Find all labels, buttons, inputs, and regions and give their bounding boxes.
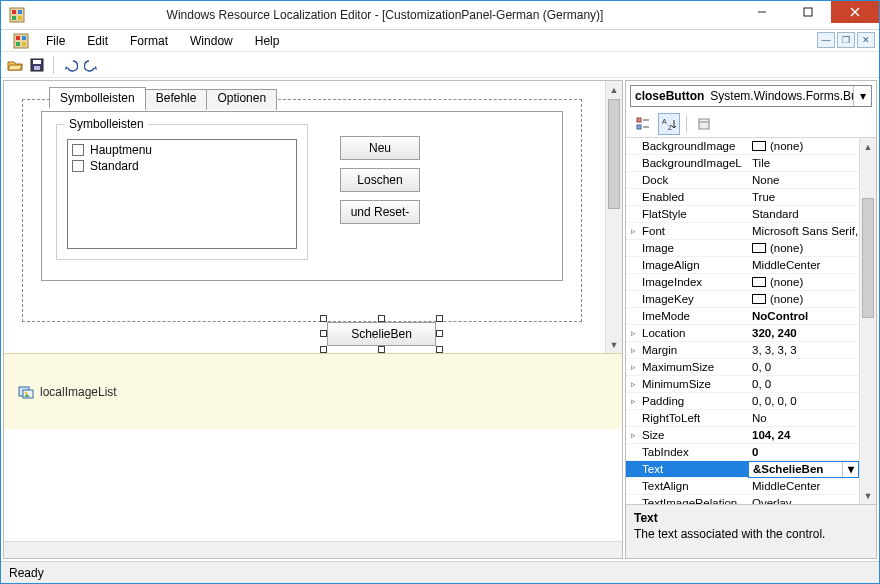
property-value[interactable]: 320, 240 <box>748 327 859 339</box>
property-row[interactable]: TabIndex0 <box>626 444 859 461</box>
property-row[interactable]: ▹Location320, 240 <box>626 325 859 342</box>
checkbox[interactable] <box>72 144 84 156</box>
property-row[interactable]: ▹MinimumSize0, 0 <box>626 376 859 393</box>
property-value[interactable]: Tile <box>748 157 859 169</box>
property-row[interactable]: Image(none) <box>626 240 859 257</box>
expander-icon[interactable]: ▹ <box>626 379 640 389</box>
property-value[interactable]: Microsoft Sans Serif, 8.2 <box>748 225 859 237</box>
resize-handle[interactable] <box>320 346 327 353</box>
property-row[interactable]: ImeModeNoControl <box>626 308 859 325</box>
resize-handle[interactable] <box>320 330 327 337</box>
selected-control[interactable]: SchelieBen <box>324 319 439 349</box>
resize-handle[interactable] <box>436 330 443 337</box>
mdi-close-button[interactable]: ✕ <box>857 32 875 48</box>
property-value[interactable]: Standard <box>748 208 859 220</box>
expander-icon[interactable]: ▹ <box>626 328 640 338</box>
property-value[interactable]: No <box>748 412 859 424</box>
checkbox[interactable] <box>72 160 84 172</box>
property-row[interactable]: Text&SchelieBen▾ <box>626 461 859 478</box>
property-row[interactable]: ▹FontMicrosoft Sans Serif, 8.2 <box>626 223 859 240</box>
property-value[interactable]: True <box>748 191 859 203</box>
tab-symbolleisten[interactable]: Symbolleisten <box>49 87 146 108</box>
mdi-minimize-button[interactable]: — <box>817 32 835 48</box>
property-value[interactable]: 3, 3, 3, 3 <box>748 344 859 356</box>
property-value[interactable]: 0, 0 <box>748 378 859 390</box>
property-grid[interactable]: BackgroundImage(none)BackgroundImageLTil… <box>626 137 876 504</box>
expander-icon[interactable]: ▹ <box>626 226 640 236</box>
menu-file[interactable]: File <box>35 31 76 51</box>
propgrid-vscroll[interactable]: ▲ ▼ <box>859 138 876 504</box>
property-value[interactable]: 0, 0, 0, 0 <box>748 395 859 407</box>
property-row[interactable]: ▹MaximumSize0, 0 <box>626 359 859 376</box>
property-row[interactable]: ▹Margin3, 3, 3, 3 <box>626 342 859 359</box>
menu-format[interactable]: Format <box>119 31 179 51</box>
property-row[interactable]: FlatStyleStandard <box>626 206 859 223</box>
property-value[interactable]: &SchelieBen▾ <box>748 461 859 478</box>
redo-icon[interactable] <box>84 57 100 73</box>
maximize-button[interactable] <box>785 1 831 23</box>
list-item[interactable]: Standard <box>70 158 294 174</box>
property-row[interactable]: EnabledTrue <box>626 189 859 206</box>
resize-handle[interactable] <box>436 315 443 322</box>
resize-handle[interactable] <box>378 315 385 322</box>
property-value[interactable]: (none) <box>748 140 859 152</box>
expander-icon[interactable]: ▹ <box>626 362 640 372</box>
designer-hscroll[interactable] <box>4 541 622 558</box>
property-row[interactable]: RightToLeftNo <box>626 410 859 427</box>
scroll-thumb[interactable] <box>608 99 620 209</box>
categorized-button[interactable] <box>632 113 654 135</box>
resize-handle[interactable] <box>378 346 385 353</box>
close-form-button[interactable]: SchelieBen <box>327 322 436 346</box>
mdi-restore-button[interactable]: ❐ <box>837 32 855 48</box>
property-row[interactable]: BackgroundImageLTile <box>626 155 859 172</box>
titlebar[interactable]: Windows Resource Localization Editor - [… <box>1 1 879 30</box>
expander-icon[interactable]: ▹ <box>626 345 640 355</box>
scroll-thumb[interactable] <box>862 198 874 318</box>
alphabetical-button[interactable]: AZ <box>658 113 680 135</box>
object-selector[interactable]: closeButton System.Windows.Forms.Button … <box>630 85 872 107</box>
scroll-up-icon[interactable]: ▲ <box>860 138 876 155</box>
property-value[interactable]: 0, 0 <box>748 361 859 373</box>
menu-window[interactable]: Window <box>179 31 244 51</box>
dropdown-icon[interactable]: ▾ <box>853 86 871 106</box>
property-value[interactable]: MiddleCenter <box>748 259 859 271</box>
property-value[interactable]: 0 <box>748 446 859 458</box>
close-button[interactable] <box>831 1 879 23</box>
property-row[interactable]: DockNone <box>626 172 859 189</box>
property-row[interactable]: BackgroundImage(none) <box>626 138 859 155</box>
property-value[interactable]: NoControl <box>748 310 859 322</box>
designer-vscroll[interactable]: ▲ ▼ <box>605 81 622 353</box>
resize-handle[interactable] <box>320 315 327 322</box>
property-value[interactable]: Overlay <box>748 497 859 504</box>
undo-icon[interactable] <box>62 57 78 73</box>
minimize-button[interactable] <box>739 1 785 23</box>
property-value[interactable]: (none) <box>748 293 859 305</box>
reset-button[interactable]: und Reset- <box>340 200 420 224</box>
menu-help[interactable]: Help <box>244 31 291 51</box>
scroll-up-icon[interactable]: ▲ <box>606 81 622 98</box>
property-value[interactable]: 104, 24 <box>748 429 859 441</box>
tray-item-label[interactable]: localImageList <box>40 385 117 399</box>
property-row[interactable]: ▹Padding0, 0, 0, 0 <box>626 393 859 410</box>
tab-optionen[interactable]: Optionen <box>206 89 277 110</box>
designer-surface[interactable]: Symbolleisten Befehle Optionen Symbollei… <box>4 81 605 353</box>
new-button[interactable]: Neu <box>340 136 420 160</box>
tab-befehle[interactable]: Befehle <box>145 89 208 110</box>
property-value[interactable]: (none) <box>748 242 859 254</box>
property-row[interactable]: ImageAlignMiddleCenter <box>626 257 859 274</box>
save-icon[interactable] <box>29 57 45 73</box>
resize-handle[interactable] <box>436 346 443 353</box>
component-tray[interactable]: localImageList <box>4 353 622 429</box>
toolbars-listbox[interactable]: Hauptmenu Standard <box>67 139 297 249</box>
property-row[interactable]: ImageKey(none) <box>626 291 859 308</box>
menu-edit[interactable]: Edit <box>76 31 119 51</box>
dropdown-icon[interactable]: ▾ <box>842 462 858 477</box>
expander-icon[interactable]: ▹ <box>626 396 640 406</box>
list-item[interactable]: Hauptmenu <box>70 142 294 158</box>
property-row[interactable]: ImageIndex(none) <box>626 274 859 291</box>
open-icon[interactable] <box>7 57 23 73</box>
property-value[interactable]: None <box>748 174 859 186</box>
property-row[interactable]: TextAlignMiddleCenter <box>626 478 859 495</box>
property-value[interactable]: (none) <box>748 276 859 288</box>
scroll-down-icon[interactable]: ▼ <box>860 487 876 504</box>
